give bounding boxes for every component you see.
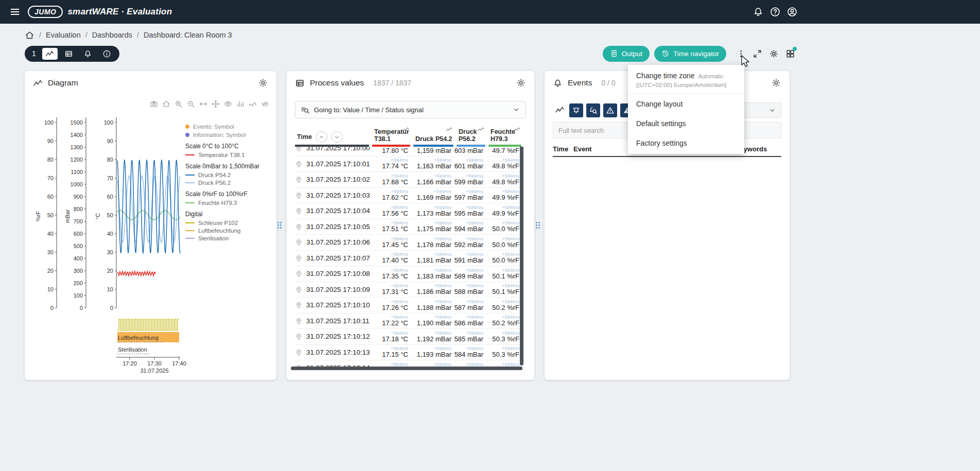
view-info-button[interactable] xyxy=(99,48,115,60)
sort-up-button[interactable] xyxy=(316,131,327,143)
process-table-row[interactable]: 31.07.2025 17:10:02+594ms17.68 °C+594ms1… xyxy=(295,172,525,188)
svg-text:10: 10 xyxy=(47,286,54,292)
time-navigator-button[interactable]: Time navigator xyxy=(654,46,726,62)
process-table-row[interactable]: 31.07.2025 17:10:13+594ms17.15 °C+594ms1… xyxy=(295,345,525,361)
svg-text:0: 0 xyxy=(80,305,83,311)
view-table-button[interactable] xyxy=(61,48,77,60)
events-column-header: Time xyxy=(553,145,573,153)
pin-icon xyxy=(295,286,303,293)
process-table-row[interactable]: 31.07.2025 17:10:12+594ms17.18 °C+594ms1… xyxy=(295,329,525,345)
context-menu: Change time zoneAutomatic[(UTC+02:00) Eu… xyxy=(628,65,744,154)
hamburger-menu-icon[interactable] xyxy=(9,6,21,18)
process-table-row[interactable]: 31.07.2025 17:10:07+594ms17.40 °C+594ms1… xyxy=(295,251,525,267)
svg-text:80: 80 xyxy=(47,156,54,163)
menu-item[interactable]: Change layout xyxy=(628,94,744,114)
view-bell-button[interactable] xyxy=(80,48,96,60)
process-column-header[interactable]: DruckP56.2 xyxy=(457,125,488,147)
menu-item[interactable]: Change time zoneAutomatic[(UTC+02:00) Eu… xyxy=(628,66,744,94)
svg-text:°C: °C xyxy=(95,213,101,219)
breadcrumb-separator: / xyxy=(137,31,139,39)
column-chart-icon[interactable] xyxy=(478,126,484,133)
dots-v-button[interactable] xyxy=(734,47,747,60)
svg-text:17:20: 17:20 xyxy=(122,360,137,367)
topbar-actions xyxy=(752,0,798,24)
events-settings-icon[interactable] xyxy=(771,78,781,88)
process-table-row[interactable]: 31.07.2025 17:10:10+594ms17.26 °C+594ms1… xyxy=(295,298,525,313)
bell-icon xyxy=(553,78,563,88)
svg-text:40: 40 xyxy=(107,231,113,237)
process-column-header: Time xyxy=(295,125,372,147)
menu-item[interactable]: Default settings xyxy=(628,114,744,133)
svg-text:100: 100 xyxy=(44,119,54,126)
table-icon xyxy=(295,78,305,88)
legend-entry[interactable]: Sterilisation xyxy=(185,235,274,241)
legend-group-heading: Scale 0mBar to 1,500mBar xyxy=(185,163,274,170)
process-filter-dropdown[interactable]: Going to: Value / Time / Status signal xyxy=(295,101,526,118)
svg-text:40: 40 xyxy=(47,231,54,237)
svg-text:30: 30 xyxy=(47,249,54,255)
svg-text:500: 500 xyxy=(74,243,83,249)
document-icon xyxy=(610,49,618,58)
process-table-row[interactable]: 31.07.2025 17:10:06+594ms17.45 °C+594ms1… xyxy=(295,235,525,251)
svg-text:1300: 1300 xyxy=(71,144,83,150)
process-table-row[interactable]: 31.07.2025 17:10:01+594ms17.74 °C+594ms1… xyxy=(295,156,525,172)
process-values-panel: Process values 1837 / 1837 Going to: Val… xyxy=(287,71,534,380)
process-table-row[interactable]: 31.07.2025 17:10:11+594ms17.22 °C+594ms1… xyxy=(295,313,525,329)
legend-entry[interactable]: Temperatur T38.1 xyxy=(185,152,274,158)
process-column-header[interactable]: FeuchteH79.3 xyxy=(488,125,524,147)
warn-filter-button[interactable] xyxy=(603,103,617,117)
svg-text:100: 100 xyxy=(74,292,83,299)
sort-down-button[interactable] xyxy=(331,131,343,143)
process-column-header[interactable]: TemperaturT38.1 xyxy=(372,125,413,147)
process-table-row[interactable]: 31.07.2025 17:10:03+594ms17.62 °C+594ms1… xyxy=(295,188,525,204)
toolbar-actions xyxy=(734,47,797,60)
legend-entry[interactable]: Schleuse P102 xyxy=(185,220,274,226)
process-table-row[interactable]: 31.07.2025 17:10:08+594ms17.35 °C+594ms1… xyxy=(295,266,525,282)
grid-button[interactable] xyxy=(783,47,797,60)
column-chart-icon[interactable] xyxy=(402,126,409,133)
bell-search-filter-button[interactable] xyxy=(586,103,600,117)
pin-icon xyxy=(295,147,303,152)
process-settings-icon[interactable] xyxy=(516,78,526,88)
gear-button[interactable] xyxy=(767,47,780,60)
process-table-row[interactable]: 31.07.2025 17:10:09+594ms17.31 °C+594ms1… xyxy=(295,282,525,298)
svg-text:60: 60 xyxy=(47,194,54,200)
legend-entry[interactable]: Druck P54.2 xyxy=(185,172,274,178)
vertical-scrollbar[interactable] xyxy=(520,128,523,365)
process-table-head: TimeTemperaturT38.1Druck P54.2DruckP56.2… xyxy=(295,125,524,147)
svg-text:900: 900 xyxy=(74,194,83,200)
view-chart-button[interactable] xyxy=(42,48,58,60)
breadcrumb-item[interactable]: Dashboard: Clean Room 3 xyxy=(144,31,232,39)
expand-button[interactable] xyxy=(750,47,764,60)
pin-icon xyxy=(295,317,303,325)
chart-filter-button[interactable] xyxy=(553,103,566,117)
breadcrumb-item[interactable]: Evaluation xyxy=(46,31,81,39)
process-table: 31.07.2025 17:10:00+594ms17.80 °C+594ms1… xyxy=(295,147,525,369)
person-icon[interactable] xyxy=(786,6,798,18)
output-button[interactable]: Output xyxy=(603,46,650,62)
diagram-title: Diagram xyxy=(48,78,78,88)
process-column-header[interactable]: Druck P54.2 xyxy=(413,125,457,147)
legend-entry[interactable]: Luftbefeuchtung xyxy=(185,228,274,234)
diagram-settings-icon[interactable] xyxy=(258,78,268,88)
column-chart-icon[interactable] xyxy=(514,126,520,133)
process-table-row[interactable]: 31.07.2025 17:10:04+594ms17.56 °C+594ms1… xyxy=(295,203,525,219)
pin-icon xyxy=(295,207,303,215)
question-icon[interactable] xyxy=(769,6,781,18)
process-table-row[interactable]: 31.07.2025 17:10:05+594ms17.51 °C+594ms1… xyxy=(295,219,525,235)
panel-resize-handle[interactable] xyxy=(535,218,540,232)
breadcrumb-item[interactable]: Dashboards xyxy=(92,31,132,39)
panel-resize-handle[interactable] xyxy=(277,218,282,232)
time-navigator-label: Time navigator xyxy=(673,50,719,58)
process-panel-header: Process values 1837 / 1837 xyxy=(287,71,534,95)
process-table-row[interactable]: 31.07.2025 17:10:00+594ms17.80 °C+594ms1… xyxy=(295,147,525,156)
menu-item[interactable]: Factory settings xyxy=(628,133,744,153)
horizontal-scrollbar[interactable] xyxy=(291,367,522,370)
column-chart-icon[interactable] xyxy=(446,126,452,133)
home-icon[interactable] xyxy=(25,30,34,40)
chevron-down-icon xyxy=(512,106,520,114)
legend-entry[interactable]: Druck P56.2 xyxy=(185,180,274,186)
bell-ring-filter-button[interactable] xyxy=(569,103,583,117)
bell-icon[interactable] xyxy=(752,6,764,18)
legend-entry[interactable]: Feuchte H79.3 xyxy=(185,200,274,206)
